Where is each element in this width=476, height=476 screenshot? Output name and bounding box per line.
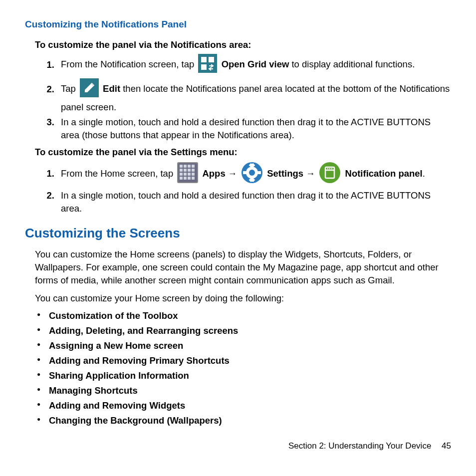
settings-label: Settings [267,168,303,179]
svg-rect-19 [180,177,183,180]
svg-rect-17 [188,173,191,176]
notif-step-3: In a single motion, touch and hold a des… [57,116,451,142]
bullet-item: Sharing Application Information [49,369,451,382]
heading-customizing-screens: Customizing the Screens [25,224,451,242]
text: Tap [61,84,78,94]
svg-rect-2 [209,57,214,62]
svg-rect-10 [192,165,195,168]
svg-rect-12 [184,169,187,172]
subheading-settings-menu: To customize the panel via the Settings … [35,146,451,159]
svg-rect-20 [184,177,187,180]
footer-page-number: 45 [442,441,451,451]
svg-rect-15 [180,173,183,176]
text: to display additional functions. [289,59,415,70]
bullet-item: Assigning a New Home screen [49,339,451,352]
notif-step-1: From the Notification screen, tap Open G… [57,54,451,76]
screens-para-2: You can customize your Home screen by do… [35,292,451,305]
svg-rect-18 [192,173,195,176]
svg-point-38 [329,168,330,169]
settings-step-2: In a single motion, touch and hold a des… [57,189,451,215]
settings-menu-steps: From the Home screen, tap Apps → [25,162,451,215]
text: . [423,168,425,179]
settings-step-1: From the Home screen, tap Apps → [57,162,451,187]
open-grid-label: Open Grid view [222,59,289,70]
notification-panel-label: Notification panel [345,168,423,179]
subheading-notif-area: To customize the panel via the Notificat… [35,38,451,51]
notif-step-2: Tap Edit then locate the Notifications p… [57,78,451,114]
svg-rect-1 [201,57,207,62]
svg-rect-11 [180,169,183,172]
bullet-item: Adding, Deleting, and Rearranging screen… [49,324,451,337]
text: From the Notification screen, tap [61,59,197,70]
svg-rect-7 [180,165,183,168]
svg-rect-13 [188,169,191,172]
page-footer: Section 2: Understanding Your Device 45 [25,440,451,452]
svg-rect-3 [201,64,207,70]
svg-point-33 [249,170,255,176]
footer-section: Section 2: Understanding Your Device [288,441,431,451]
svg-rect-22 [192,177,195,180]
bullet-item: Changing the Background (Wallpapers) [49,414,451,427]
bullet-item: Customization of the Toolbox [49,309,451,322]
svg-point-39 [331,168,332,169]
svg-rect-21 [188,177,191,180]
svg-rect-0 [198,54,217,73]
bullet-item: Adding and Removing Widgets [49,399,451,412]
svg-rect-14 [192,169,195,172]
text: From the Home screen, tap [61,168,176,179]
arrow-icon: → [306,169,315,179]
svg-rect-8 [184,165,187,168]
svg-point-37 [327,168,328,169]
svg-point-34 [319,162,340,183]
arrow-icon: → [228,169,237,179]
customize-bullets: Customization of the Toolbox Adding, Del… [35,309,451,427]
bullet-item: Adding and Removing Primary Shortcuts [49,354,451,367]
screens-para-1: You can customize the Home screens (pane… [35,248,451,287]
apps-grid-icon [177,162,198,187]
edit-pencil-icon [80,78,99,101]
apps-label: Apps [202,168,225,179]
heading-notifications-panel: Customizing the Notifications Panel [25,18,451,31]
svg-rect-9 [188,165,191,168]
notif-area-steps: From the Notification screen, tap Open G… [25,54,451,141]
grid-view-icon [198,54,217,76]
bullet-item: Managing Shortcuts [49,384,451,397]
edit-label: Edit [103,84,120,94]
notification-panel-icon [319,162,341,187]
svg-rect-16 [184,173,187,176]
settings-gear-icon [241,162,263,187]
